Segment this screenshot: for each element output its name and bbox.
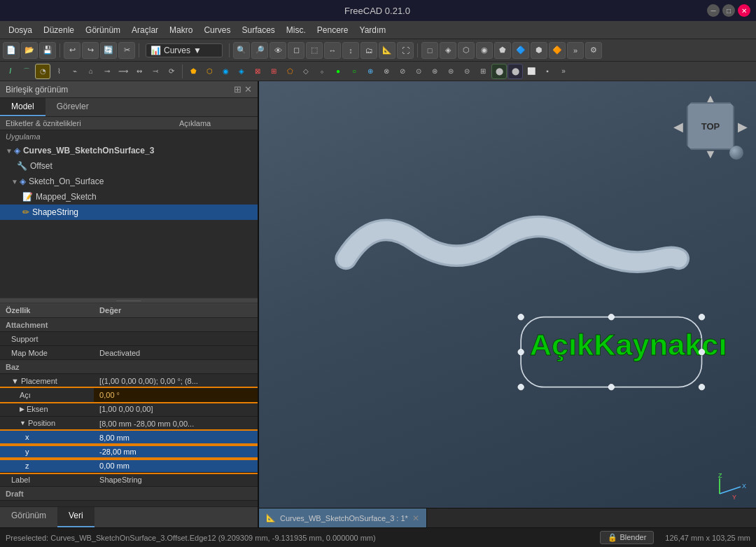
curve-btn30[interactable]: ⊞ bbox=[475, 64, 491, 79]
menu-surfaces[interactable]: Surfaces bbox=[236, 23, 280, 37]
curve-btn14[interactable]: ◉ bbox=[218, 64, 233, 79]
menu-curves[interactable]: Curves bbox=[198, 23, 236, 37]
nav-arrow-right[interactable]: ▶ bbox=[738, 119, 748, 134]
tree-item-mapped[interactable]: 📝 Mapped_Sketch bbox=[0, 189, 258, 205]
curve-btn10[interactable]: ⤙ bbox=[148, 64, 163, 79]
refresh-btn[interactable]: 🔄 bbox=[100, 42, 117, 59]
curve-btn20[interactable]: ⬦ bbox=[314, 64, 330, 79]
curve-btn7[interactable]: ⊸ bbox=[99, 64, 115, 79]
curve-btn4[interactable]: ⌇ bbox=[51, 64, 66, 79]
panel-close-icon[interactable]: ✕ bbox=[244, 84, 252, 95]
prop-row-placement[interactable]: ▼ Placement [(1,00 0,00 0,00); 0,00 °; (… bbox=[0, 374, 258, 389]
curve-btn31[interactable]: ⬤ bbox=[491, 64, 507, 79]
tb-btn8[interactable]: 🗂 bbox=[360, 42, 377, 59]
tb-btn1[interactable]: 🔍 bbox=[233, 42, 250, 59]
prop-row-label[interactable]: Label ShapeString bbox=[0, 473, 258, 487]
tree-item-root[interactable]: ▼ ◈ Curves_WB_SketchOnSurface_3 bbox=[0, 143, 258, 158]
tb-btn6[interactable]: ↔ bbox=[324, 42, 341, 59]
viewport-tab-close[interactable]: ✕ bbox=[412, 513, 419, 523]
curve-btn11[interactable]: ⟳ bbox=[164, 64, 179, 79]
tb-btn3[interactable]: 👁 bbox=[270, 42, 286, 59]
curve-btn25[interactable]: ⊘ bbox=[395, 64, 410, 79]
tb-btn2[interactable]: 🔎 bbox=[251, 42, 268, 59]
curve-btn26[interactable]: ⊙ bbox=[411, 64, 426, 79]
curve-btn1[interactable]: / bbox=[3, 64, 18, 79]
tree-item-sos[interactable]: ▼ ◈ Sketch_On_Surface bbox=[0, 174, 258, 189]
clip-btn[interactable]: ✂ bbox=[118, 42, 135, 59]
close-button[interactable]: ✕ bbox=[738, 4, 750, 17]
prop-row-eksen[interactable]: ▶ Eksen [1,00 0,00 0,00] bbox=[0, 402, 258, 417]
tb-btn9[interactable]: 📐 bbox=[379, 42, 396, 59]
curve-btn16[interactable]: ⊠ bbox=[250, 64, 265, 79]
curve-btn8[interactable]: ⟿ bbox=[115, 64, 131, 79]
tb-btn17[interactable]: ⬢ bbox=[531, 42, 547, 59]
tb-btn18[interactable]: 🔶 bbox=[549, 42, 566, 59]
panel-expand-icon[interactable]: ⊞ bbox=[234, 84, 241, 95]
nav-arrow-left[interactable]: ◀ bbox=[673, 119, 683, 134]
menu-gorunum[interactable]: Görünüm bbox=[80, 23, 126, 37]
curve-btn5[interactable]: ⌁ bbox=[67, 64, 83, 79]
redo-btn[interactable]: ↪ bbox=[82, 42, 99, 59]
prop-row-y[interactable]: y -28,00 mm bbox=[0, 445, 258, 459]
curve-btn24[interactable]: ⊗ bbox=[379, 64, 394, 79]
undo-btn[interactable]: ↩ bbox=[64, 42, 80, 59]
panel-resizer[interactable]: ───── bbox=[0, 298, 258, 303]
bottom-tab-gorunum[interactable]: Görünüm bbox=[0, 507, 57, 527]
tb-btn16[interactable]: 🔷 bbox=[512, 42, 529, 59]
tb-btn12[interactable]: ◈ bbox=[440, 42, 456, 59]
curve-btn23[interactable]: ⊕ bbox=[363, 64, 378, 79]
prop-row-position[interactable]: ▼ Position [8,00 mm -28,00 mm 0,00... bbox=[0, 417, 258, 431]
curve-btn22[interactable]: ○ bbox=[346, 64, 362, 79]
tree-item-offset[interactable]: 🔧 Offset bbox=[0, 158, 258, 174]
tb-btn4[interactable]: ◻ bbox=[288, 42, 304, 59]
curve-btn9[interactable]: ↭ bbox=[132, 64, 147, 79]
open-btn[interactable]: 📂 bbox=[21, 42, 38, 59]
menu-araclar[interactable]: Araçlar bbox=[126, 23, 164, 37]
blender-button[interactable]: 🔒 Blender bbox=[600, 531, 654, 544]
prop-row-z[interactable]: z 0,00 mm bbox=[0, 459, 258, 473]
bottom-tab-veri[interactable]: Veri bbox=[57, 507, 94, 527]
tb-btn11[interactable]: □ bbox=[421, 42, 438, 59]
prop-row-aci[interactable]: Açı 0,00 ° bbox=[0, 388, 258, 402]
curve-btn17[interactable]: ⊞ bbox=[266, 64, 281, 79]
menu-pencere[interactable]: Pencere bbox=[312, 23, 354, 37]
workbench-selector[interactable]: 📊 Curves ▼ bbox=[146, 43, 223, 57]
curve-btn15[interactable]: ◈ bbox=[234, 64, 249, 79]
tb-btn14[interactable]: ◉ bbox=[476, 42, 493, 59]
menu-duzenle[interactable]: Düzenle bbox=[38, 23, 80, 37]
save-btn[interactable]: 💾 bbox=[39, 42, 56, 59]
tab-gorevler[interactable]: Görevler bbox=[46, 98, 100, 116]
prop-row-mapmode[interactable]: Map Mode Deactivated bbox=[0, 346, 258, 360]
tab-model[interactable]: Model bbox=[0, 98, 46, 116]
menu-yardim[interactable]: Yardım bbox=[354, 23, 392, 37]
curve-btn28[interactable]: ⊜ bbox=[443, 64, 458, 79]
viewport-tab-active[interactable]: 📐 Curves_WB_SketchOnSurface_3 : 1* ✕ bbox=[259, 508, 427, 527]
tb-btn15[interactable]: ⬟ bbox=[494, 42, 511, 59]
menu-misc[interactable]: Misc. bbox=[281, 23, 312, 37]
prop-row-support[interactable]: Support bbox=[0, 332, 258, 346]
tb-btn13[interactable]: ⬡ bbox=[458, 42, 475, 59]
curve-btn19[interactable]: ◇ bbox=[298, 64, 314, 79]
curve-btn27[interactable]: ⊛ bbox=[427, 64, 442, 79]
new-btn[interactable]: 📄 bbox=[3, 42, 20, 59]
maximize-button[interactable]: □ bbox=[722, 4, 735, 17]
curve-btn6[interactable]: ⌂ bbox=[83, 64, 99, 79]
curve-btn18[interactable]: ⬠ bbox=[282, 64, 298, 79]
curve-btn34[interactable]: ▪ bbox=[540, 64, 555, 79]
tree-item-shapestring[interactable]: ✏ ShapeString bbox=[0, 205, 258, 220]
tb-settings[interactable]: ⚙ bbox=[585, 42, 602, 59]
tb-more[interactable]: » bbox=[567, 42, 584, 59]
tb-btn7[interactable]: ↕ bbox=[342, 42, 359, 59]
tb-btn10[interactable]: ⛶ bbox=[397, 42, 414, 59]
menu-dosya[interactable]: Dosya bbox=[3, 23, 38, 37]
minimize-button[interactable]: ─ bbox=[707, 4, 720, 17]
tb-btn5[interactable]: ⬚ bbox=[306, 42, 323, 59]
curve-btn12[interactable]: ⬟ bbox=[186, 64, 201, 79]
curve-btn32[interactable]: ⬤ bbox=[507, 64, 523, 79]
nav-cube-face[interactable]: TOP bbox=[687, 102, 734, 150]
curve-btn2[interactable]: ⌒ bbox=[19, 64, 34, 79]
curve-btn21[interactable]: ● bbox=[330, 64, 346, 79]
menu-makro[interactable]: Makro bbox=[164, 23, 198, 37]
prop-row-x[interactable]: x 8,00 mm bbox=[0, 431, 258, 445]
curve-btn33[interactable]: ⬜ bbox=[524, 64, 539, 79]
